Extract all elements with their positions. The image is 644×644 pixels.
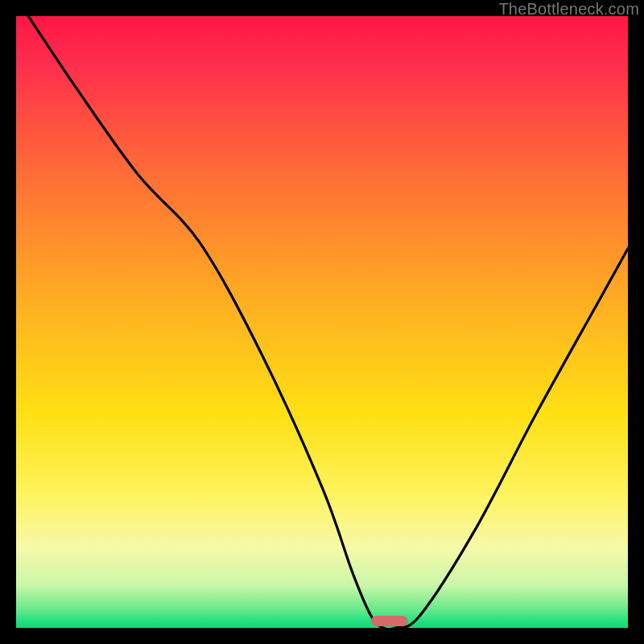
chart-frame: TheBottleneck.com bbox=[0, 0, 644, 644]
svg-rect-0 bbox=[371, 616, 408, 626]
optimal-marker bbox=[16, 16, 628, 628]
plot-area bbox=[16, 16, 628, 628]
bottleneck-curve bbox=[16, 16, 628, 628]
attribution-text: TheBottleneck.com bbox=[498, 0, 639, 19]
